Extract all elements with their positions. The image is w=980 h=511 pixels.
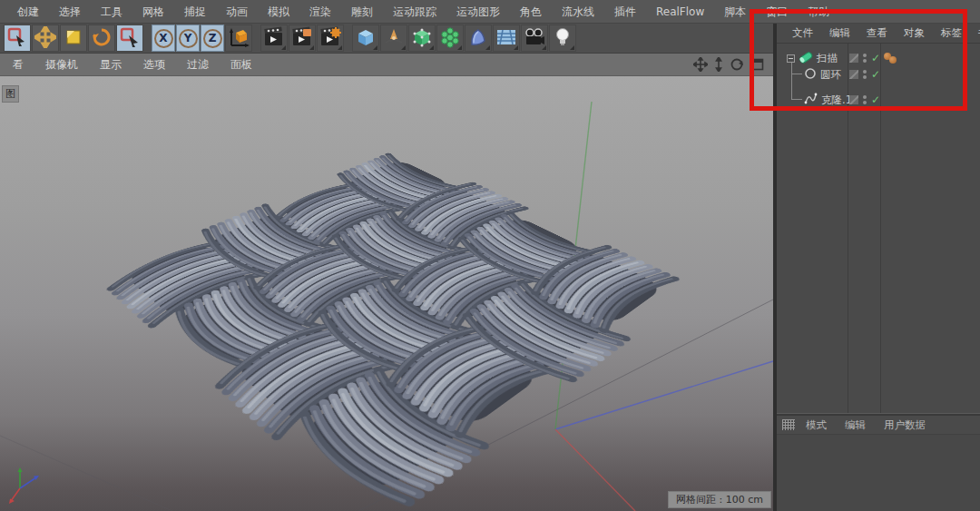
collapse-toggle[interactable] [787, 54, 795, 63]
am-menu-edit[interactable]: 编辑 [836, 418, 875, 432]
orbit-icon[interactable] [730, 57, 744, 72]
cube-icon [355, 26, 377, 51]
menu-create[interactable]: 创建 [7, 0, 49, 24]
vp-menu-display[interactable]: 显示 [89, 54, 132, 76]
add-primitive-button[interactable] [352, 25, 379, 52]
spline-object-icon [804, 92, 818, 108]
enable-check-icon[interactable]: ✓ [871, 68, 880, 81]
menu-render[interactable]: 渲染 [299, 0, 341, 24]
vp-menu-panel[interactable]: 面板 [220, 54, 263, 76]
mograph-button[interactable] [436, 25, 464, 52]
vp-menu-cameras[interactable]: 摄像机 [34, 54, 89, 76]
coordinate-system-button[interactable] [225, 25, 252, 52]
perspective-viewport[interactable]: 图 网格间距 : 100 cm [0, 76, 773, 511]
scale-tool-button[interactable] [60, 25, 87, 52]
layer-swatch[interactable] [849, 70, 858, 79]
enable-check-icon[interactable]: ✓ [871, 93, 880, 106]
live-selection-tool-button[interactable] [4, 25, 31, 52]
render-picture-viewer-icon [291, 26, 313, 51]
y-axis-icon: Y [179, 29, 198, 48]
menu-help[interactable]: 帮助 [798, 0, 839, 24]
om-menu-edit[interactable]: 编辑 [821, 26, 858, 40]
selection-tool-button[interactable] [116, 25, 143, 52]
menu-animate[interactable]: 动画 [216, 0, 258, 24]
object-name[interactable]: 克隆.1 [821, 93, 852, 107]
menu-sculpt[interactable]: 雕刻 [341, 0, 383, 24]
layer-swatch[interactable] [849, 54, 858, 63]
axis-gizmo [7, 465, 44, 507]
viewport-menubar: 看 摄像机 显示 选项 过滤 面板 [0, 54, 773, 76]
scale-icon [64, 27, 83, 50]
object-name[interactable]: 圆环 [820, 68, 841, 82]
render-picture-viewer-button[interactable] [289, 25, 316, 52]
pen-icon [383, 26, 405, 51]
om-menu-objects[interactable]: 对象 [896, 26, 933, 40]
generators-button[interactable] [408, 25, 436, 52]
object-name[interactable]: 扫描 [817, 52, 838, 65]
rotate-tool-button[interactable] [88, 25, 115, 52]
lock-y-axis-button[interactable]: Y [176, 25, 200, 52]
menu-tools[interactable]: 工具 [91, 0, 132, 24]
om-menu-bookmarks[interactable]: 书签 [970, 26, 980, 40]
am-menu-user-data[interactable]: 用户数据 [875, 418, 935, 432]
vp-menu-options[interactable]: 选项 [132, 54, 176, 76]
sweep-object-icon [799, 50, 813, 67]
bend-deformer-icon [467, 26, 489, 51]
viewport-corner-label: 图 [2, 85, 19, 103]
maximize-icon[interactable] [750, 57, 764, 72]
om-menu-file[interactable]: 文件 [784, 26, 821, 40]
menu-window[interactable]: 窗口 [756, 0, 798, 24]
camera-button[interactable] [521, 25, 548, 52]
menu-simulate[interactable]: 模拟 [258, 0, 299, 24]
menu-plugins[interactable]: 插件 [604, 0, 646, 24]
spline-pen-button[interactable] [380, 25, 407, 52]
environment-button[interactable] [493, 25, 520, 52]
menu-realflow[interactable]: RealFlow [646, 0, 714, 24]
move-tool-button[interactable] [32, 25, 59, 52]
render-view-button[interactable] [260, 25, 288, 52]
panel-grip-icon[interactable] [782, 419, 795, 430]
render-settings-button[interactable] [317, 25, 344, 52]
live-selection-icon [7, 27, 27, 50]
lock-x-axis-button[interactable]: X [152, 25, 175, 52]
menu-motion-tracker[interactable]: 运动跟踪 [383, 0, 446, 24]
main-menubar: 创建 选择 工具 网格 捕捉 动画 模拟 渲染 雕刻 运动跟踪 运动图形 角色 … [0, 0, 980, 24]
subdivision-cube-icon [411, 26, 433, 51]
layer-swatch[interactable] [849, 95, 858, 104]
camera-icon [524, 26, 545, 51]
light-button[interactable] [549, 25, 576, 52]
object-manager-menubar: 文件 编辑 查看 对象 标签 书签 [777, 24, 980, 44]
object-row-sweep[interactable]: 扫描 ✓ [777, 50, 980, 66]
grid-spacing-hud: 网格间距 : 100 cm [668, 491, 771, 508]
x-axis-icon: X [154, 29, 173, 48]
object-row-circle[interactable]: 圆环 ✓ [777, 66, 980, 83]
dolly-icon[interactable] [713, 57, 724, 72]
light-bulb-icon [552, 26, 573, 51]
am-menu-mode[interactable]: 模式 [797, 418, 836, 432]
vp-menu-filter[interactable]: 过滤 [176, 54, 220, 76]
menu-snap[interactable]: 捕捉 [174, 0, 216, 24]
menu-mograph[interactable]: 运动图形 [446, 0, 510, 24]
vp-menu-view[interactable]: 看 [2, 54, 34, 76]
object-manager[interactable]: 扫描 ✓ 圆环 ✓ [777, 44, 980, 413]
pan-icon[interactable] [693, 57, 708, 72]
rotate-icon [92, 27, 112, 50]
menu-script[interactable]: 脚本 [714, 0, 756, 24]
om-menu-tags[interactable]: 标签 [933, 26, 970, 40]
visibility-dots[interactable] [863, 70, 867, 79]
z-axis-icon: Z [203, 29, 222, 48]
lock-z-axis-button[interactable]: Z [201, 25, 224, 52]
attribute-manager[interactable] [777, 435, 980, 511]
tag-icon-2[interactable] [889, 56, 897, 64]
menu-character[interactable]: 角色 [510, 0, 552, 24]
menu-select[interactable]: 选择 [49, 0, 91, 24]
om-menu-view[interactable]: 查看 [858, 26, 896, 40]
main-toolbar: X Y Z [0, 24, 773, 54]
visibility-dots[interactable] [863, 95, 867, 104]
menu-pipeline[interactable]: 流水线 [552, 0, 604, 24]
object-row-clone[interactable]: 克隆.1 ✓ [777, 92, 980, 108]
visibility-dots[interactable] [863, 54, 867, 63]
deformers-button[interactable] [465, 25, 492, 52]
enable-check-icon[interactable]: ✓ [871, 52, 880, 64]
menu-mesh[interactable]: 网格 [132, 0, 174, 24]
